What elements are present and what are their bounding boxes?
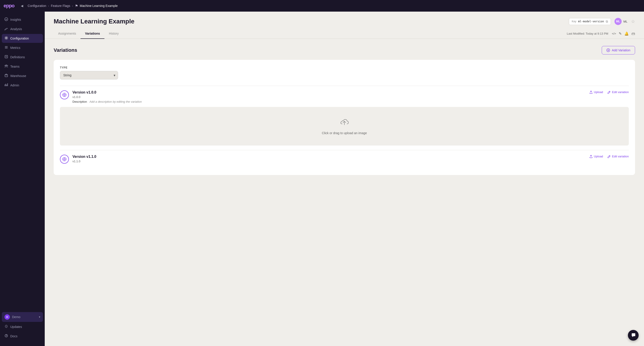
page-header: Machine Learning Example Key ml-model-ve… — [45, 11, 644, 25]
plus-circle-icon — [606, 48, 610, 52]
upload-area-v1-0-0[interactable]: Click or drag to upload an image — [60, 107, 629, 146]
flag-icon: ⚑ — [75, 4, 78, 8]
edit-variation-button-v1-1-0[interactable]: Edit variation — [608, 155, 629, 158]
sidebar-item-analysis[interactable]: Analysis — [2, 24, 43, 33]
version-icon-v1-0-0 — [60, 90, 69, 99]
version-name-v1-1-0: Version v1.1.0 — [72, 155, 96, 159]
chat-icon — [631, 333, 636, 338]
sidebar-item-metrics[interactable]: Metrics — [2, 43, 43, 52]
svg-point-1 — [5, 30, 5, 30]
edit-icon-v1-0-0 — [608, 91, 611, 94]
version-description-v1-0-0: Description Add a description by editing… — [72, 100, 142, 103]
teams-icon — [4, 64, 8, 69]
svg-point-10 — [5, 65, 6, 66]
variation-card: Type String Boolean Integer Float JSON ▾ — [54, 60, 635, 175]
cloud-upload-icon — [339, 118, 350, 129]
sidebar-item-updates[interactable]: Updates — [2, 322, 43, 331]
copy-key-button[interactable]: ⧉ — [606, 20, 608, 23]
sidebar-item-label-metrics: Metrics — [10, 46, 20, 50]
upload-button-v1-1-0[interactable]: Upload — [590, 155, 603, 158]
page-title: Machine Learning Example — [54, 18, 134, 25]
version-actions-v1-0-0: Upload Edit variation — [590, 90, 629, 94]
type-select-wrapper: String Boolean Integer Float JSON ▾ — [60, 71, 118, 79]
version-name-v1-0-0: Version v1.0.0 — [72, 90, 142, 94]
version-info-v1-1-0: Version v1.1.0 v1.1.0 — [72, 155, 96, 164]
key-label: Key — [572, 20, 576, 23]
key-badge: Key ml-model-version ⧉ — [569, 18, 611, 25]
edit-icon[interactable]: ✎ — [619, 31, 622, 36]
upload-icon-v1-1-0 — [590, 155, 592, 158]
type-select[interactable]: String Boolean Integer Float JSON — [60, 71, 118, 79]
tabs-right: Last Modified: Today at 9:13 PM </> ✎ 🔔 … — [567, 31, 635, 36]
sidebar-item-label-admin: Admin — [10, 83, 19, 87]
upload-label-v1-0-0: Upload — [594, 90, 603, 94]
archive-icon[interactable]: 🗃 — [632, 32, 635, 36]
sidebar-item-label-definitions: Definitions — [10, 55, 25, 59]
breadcrumb-feature-flags[interactable]: Feature Flags — [51, 4, 70, 7]
sidebar-item-label-analysis: Analysis — [10, 27, 22, 31]
version-item-v1-1-0: Version v1.1.0 v1.1.0 Upload — [60, 150, 629, 169]
definitions-icon — [4, 55, 8, 59]
svg-line-37 — [609, 156, 610, 157]
sidebar-item-definitions[interactable]: Definitions — [2, 53, 43, 62]
description-label-v1-0-0: Description — [72, 100, 87, 103]
logo: eppo — [4, 3, 14, 9]
bell-icon[interactable]: 🔔 — [624, 31, 629, 36]
main-layout: Insights Analysis Config — [0, 11, 644, 346]
insights-icon — [4, 17, 8, 22]
chat-button[interactable] — [628, 330, 639, 341]
tab-history[interactable]: History — [104, 28, 123, 39]
user-badge: ML ML — [614, 18, 628, 25]
breadcrumb-sep-2: › — [72, 4, 73, 7]
account-chevron-icon: ▾ — [39, 315, 40, 319]
breadcrumb-sep-1: › — [48, 4, 49, 7]
type-label: Type — [60, 66, 629, 69]
tab-assignments[interactable]: Assignments — [54, 28, 80, 39]
account-switcher[interactable]: D Demo ▾ — [2, 312, 43, 322]
upload-button-v1-0-0[interactable]: Upload — [590, 90, 603, 94]
sidebar-item-teams[interactable]: Teams — [2, 62, 43, 71]
breadcrumb-configuration[interactable]: Configuration — [28, 4, 46, 7]
content-area: Machine Learning Example Key ml-model-ve… — [45, 11, 644, 346]
svg-point-9 — [6, 65, 7, 66]
edit-variation-button-v1-0-0[interactable]: Edit variation — [608, 90, 629, 94]
sidebar-item-label-docs: Docs — [10, 335, 18, 338]
user-initials-label: ML — [624, 20, 628, 23]
main-content: Variations Add Variation Type String — [45, 39, 644, 346]
edit-variation-label-v1-0-0: Edit variation — [612, 90, 629, 94]
page-header-right: Key ml-model-version ⧉ ML ML ☆ — [569, 18, 635, 25]
tabs: Assignments Variations History — [54, 28, 123, 39]
svg-point-25 — [64, 94, 65, 96]
topbar: eppo ◀ Configuration › Feature Flags › ⚑… — [0, 0, 644, 11]
sidebar-item-docs[interactable]: ? Docs — [2, 332, 43, 341]
tabs-row: Assignments Variations History Last Modi… — [45, 28, 644, 39]
breadcrumb-current: Machine Learning Example — [80, 4, 118, 7]
code-nav-icon[interactable]: </> — [612, 32, 616, 35]
version-left-v1-1-0: Version v1.1.0 v1.1.0 — [60, 155, 96, 164]
breadcrumb: Configuration › Feature Flags › ⚑ Machin… — [28, 4, 118, 8]
account-name: Demo — [12, 315, 20, 319]
version-info-v1-0-0: Version v1.0.0 v1.0.0 Description Add a … — [72, 90, 142, 103]
last-modified-label: Last Modified: Today at 9:13 PM — [567, 32, 608, 35]
sidebar-collapse-button[interactable]: ◀ — [19, 3, 25, 8]
tab-variations[interactable]: Variations — [80, 28, 104, 39]
sidebar-item-warehouse[interactable]: Warehouse — [2, 71, 43, 80]
sidebar-item-insights[interactable]: Insights — [2, 15, 43, 24]
sidebar-item-admin[interactable]: Admin — [2, 81, 43, 90]
svg-text:?: ? — [6, 335, 7, 337]
version-actions-v1-1-0: Upload Edit variation — [590, 155, 629, 158]
sidebar-item-configuration[interactable]: Configuration — [2, 34, 43, 43]
version-left-v1-0-0: Version v1.0.0 v1.0.0 Description Add a … — [60, 90, 142, 103]
svg-rect-12 — [5, 75, 8, 77]
version-header-v1-0-0: Version v1.0.0 v1.0.0 Description Add a … — [60, 90, 629, 103]
upload-icon — [590, 91, 592, 94]
warehouse-icon — [4, 74, 8, 78]
updates-icon — [4, 325, 8, 329]
edit-icon-v1-1-0 — [608, 155, 611, 158]
add-variation-button[interactable]: Add Variation — [602, 46, 635, 54]
sidebar-item-label-warehouse: Warehouse — [10, 74, 26, 78]
svg-line-30 — [609, 92, 610, 92]
favorite-button[interactable]: ☆ — [631, 19, 635, 24]
user-avatar: ML — [614, 18, 622, 25]
tabs-actions: </> ✎ 🔔 🗃 — [612, 31, 635, 36]
